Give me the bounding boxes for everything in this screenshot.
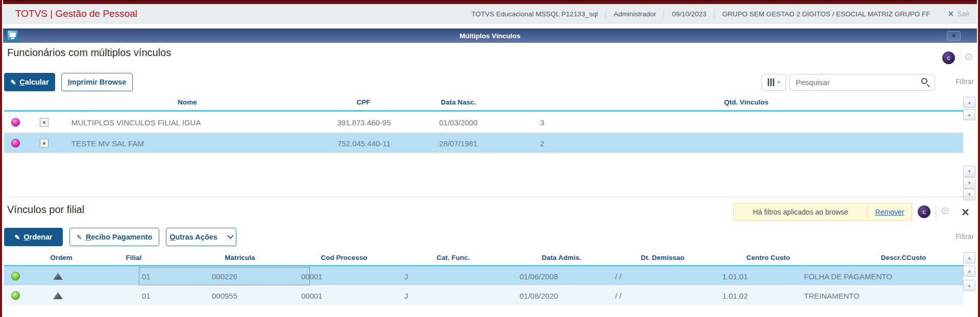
- status-dot-icon: [11, 118, 20, 126]
- assistant-icon[interactable]: c: [942, 51, 955, 64]
- gear-icon[interactable]: ⚙: [964, 52, 973, 63]
- status-dot-icon: [11, 139, 20, 147]
- table-row-selected[interactable]: × TESTE MV SAL FAM 752.045.440-11 28/07/…: [4, 133, 963, 153]
- cell-data-nasc: 28/07/1981: [407, 139, 509, 147]
- calcular-button[interactable]: ✎ Calcular: [4, 73, 55, 91]
- cell-matricula: 000226: [212, 272, 237, 281]
- logout-button[interactable]: × Sair: [945, 9, 973, 18]
- cell-filial: 01: [142, 272, 151, 281]
- scroll-down-button[interactable]: ▼: [963, 189, 975, 200]
- cell-cpf: 391.873.460-95: [303, 118, 425, 126]
- date-label: 09/10/2023: [664, 10, 714, 18]
- scroll-down-button[interactable]: ▼: [963, 166, 975, 177]
- window-close-button[interactable]: ×: [947, 31, 961, 41]
- table-row-selected[interactable]: 01 000226 00001 J 01/06/2008 / / 1.01.01…: [4, 267, 963, 285]
- cell-centro-custo: 1.01.01: [722, 272, 748, 281]
- col-nome[interactable]: Nome: [85, 98, 289, 106]
- imprimir-browse-button[interactable]: Imprimir Browse: [61, 73, 133, 91]
- col-cpf[interactable]: CPF: [312, 98, 414, 106]
- mountain-marker-icon: [53, 273, 63, 280]
- assistant-icon[interactable]: c: [918, 205, 930, 218]
- col-centro-custo[interactable]: Centro Custo: [727, 254, 809, 261]
- cell-qtd: 3: [540, 118, 544, 126]
- cell-cpf: 752.045.440-11: [303, 139, 425, 147]
- col-filial[interactable]: Filial: [93, 254, 175, 261]
- environment-label: TOTVS Educacional MSSQL P12133_sql: [464, 10, 606, 18]
- col-dt-demissao[interactable]: Dt. Demissao: [622, 254, 703, 261]
- scroll-up-button[interactable]: ▲: [963, 109, 975, 120]
- col-data-admis[interactable]: Data Admis.: [521, 254, 602, 261]
- scroll-down-button[interactable]: ▼: [963, 177, 975, 189]
- logout-label: Sair: [957, 10, 970, 18]
- col-qtd-vinculos[interactable]: Qtd. Vínculos: [695, 98, 797, 106]
- app-title: TOTVS | Gestão de Pessoal: [15, 4, 137, 23]
- calcular-label: Calcular: [19, 78, 48, 86]
- col-cat-func[interactable]: Cat. Func.: [412, 254, 494, 261]
- mountain-marker-icon: [53, 292, 63, 299]
- chevron-down-icon: ▾: [777, 79, 780, 86]
- close-icon: ×: [948, 9, 954, 18]
- cell-dt-demissao: / /: [615, 292, 622, 300]
- recibo-pagamento-button[interactable]: ✎ Recibo Pagamento: [69, 228, 159, 246]
- filter-notice-text: Há filtros aplicados ao browse: [734, 208, 867, 216]
- scroll-up-button[interactable]: ▲: [963, 252, 975, 263]
- grid1-header: Nome CPF Data Nasc. Qtd. Vínculos: [4, 98, 964, 109]
- divider: [936, 205, 936, 219]
- app-border-top: [0, 0, 980, 4]
- search-icon[interactable]: [921, 78, 927, 84]
- filtrar-link-2[interactable]: Filtrar: [943, 232, 974, 241]
- scroll-up-button[interactable]: ▲: [963, 266, 975, 277]
- outras-label: Outras Ações: [169, 233, 217, 241]
- scroll-up-button[interactable]: ▲: [963, 280, 975, 291]
- section1-heading: Funcionários com múltiplos vínculos: [7, 47, 171, 59]
- cell-filial: 01: [142, 292, 151, 300]
- gear-icon[interactable]: ⚙: [940, 206, 950, 217]
- user-label: Administrador: [606, 10, 664, 18]
- cell-matricula: 000955: [212, 292, 237, 300]
- grid2-header-underline: [4, 265, 964, 267]
- search-input[interactable]: [790, 74, 935, 90]
- cell-data-nasc: 01/03/2000: [407, 118, 509, 126]
- excel-marker-icon: ×: [40, 118, 48, 126]
- filtrar-link-1[interactable]: Filtrar: [943, 77, 974, 86]
- cell-data-admis: 01/06/2008: [520, 272, 558, 281]
- window-titlebar: Múltiplos Vínculos ×: [3, 29, 977, 43]
- cell-cod-processo: 00001: [301, 292, 323, 300]
- col-descr-ccusto[interactable]: Descr.CCusto: [863, 254, 944, 261]
- cell-data-admis: 01/08/2020: [520, 292, 558, 300]
- table-row[interactable]: × MULTIPLOS VINCULOS FILIAL IGUA 391.873…: [4, 112, 963, 133]
- panel-close-icon[interactable]: ×: [962, 206, 969, 219]
- cell-cat-func: J: [404, 272, 408, 281]
- col-matricula[interactable]: Matricula: [199, 254, 281, 261]
- cell-descr-ccusto: FOLHA DE PAGAMENTO: [804, 272, 892, 281]
- cell-nome: TESTE MV SAL FAM: [71, 139, 144, 147]
- cell-qtd: 2: [540, 139, 544, 147]
- col-data-nasc[interactable]: Data Nasc.: [407, 98, 509, 106]
- grid1-header-underline: [4, 110, 964, 112]
- cell-centro-custo: 1.01.02: [722, 292, 748, 300]
- status-dot-icon: [11, 272, 20, 281]
- columns-icon: [768, 78, 769, 86]
- table-row[interactable]: 01 000955 00001 J 01/08/2020 / / 1.01.02…: [4, 286, 963, 305]
- pencil-icon: ✎: [77, 234, 82, 241]
- outras-acoes-button[interactable]: Outras Ações: [166, 228, 236, 246]
- cell-cod-processo: 00001: [301, 272, 323, 281]
- columns-picker-button[interactable]: ▾: [762, 74, 786, 91]
- imprimir-label: Imprimir Browse: [68, 78, 126, 86]
- cell-descr-ccusto: TREINAMENTO: [804, 292, 860, 300]
- divider: [960, 51, 960, 65]
- cell-nome: MULTIPLOS VINCULOS FILIAL IGUA: [71, 118, 201, 126]
- scroll-up-button[interactable]: ▲: [963, 97, 975, 108]
- recibo-label: Recibo Pagamento: [86, 233, 153, 241]
- close-icon: ×: [951, 32, 955, 40]
- app-border-left: [0, 0, 3, 317]
- col-ordem[interactable]: Ordem: [20, 254, 102, 261]
- app-border-right: [977, 0, 980, 317]
- cell-cat-func: J: [404, 292, 408, 300]
- pencil-icon: ✎: [14, 234, 20, 241]
- section2-heading: Vínculos por filial: [7, 204, 84, 216]
- ordenar-button[interactable]: ✎ Ordenar: [4, 228, 63, 246]
- col-cod-processo[interactable]: Cod Processo: [303, 254, 385, 261]
- remover-link[interactable]: Remover: [868, 208, 912, 216]
- status-dot-icon: [11, 292, 20, 300]
